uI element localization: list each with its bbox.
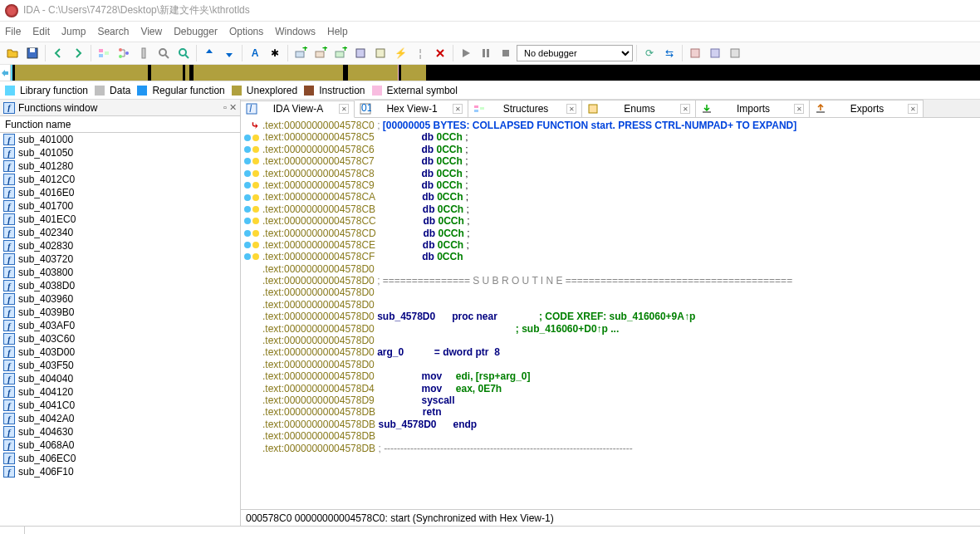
function-item[interactable]: fsub_4038D0	[0, 279, 240, 292]
menu-jump[interactable]: Jump	[61, 26, 86, 37]
tab-imports[interactable]: Imports✕	[696, 100, 810, 117]
toolbar-plus1-icon[interactable]: +	[292, 44, 310, 62]
function-item[interactable]: fsub_4068A0	[0, 438, 240, 452]
disasm-line[interactable]: .text:00000000004578D0	[243, 359, 980, 370]
close-icon[interactable]: ✕	[339, 104, 349, 114]
toolbar-zoom-icon[interactable]	[174, 44, 193, 62]
toolbar-bolt-icon[interactable]: ⚡	[391, 44, 409, 62]
menu-view[interactable]: View	[140, 26, 162, 37]
disasm-line[interactable]: .text:00000000004578C5 db 0CCh ;	[243, 131, 980, 143]
function-item[interactable]: fsub_401000	[0, 133, 240, 146]
function-item[interactable]: fsub_403F50	[0, 359, 240, 372]
functions-column-header[interactable]: Function name	[0, 116, 240, 133]
menu-edit[interactable]: Edit	[32, 26, 50, 37]
toolbar-down-icon[interactable]	[220, 44, 238, 62]
disasm-line[interactable]: .text:00000000004578C9 db 0CCh ;	[243, 179, 980, 191]
function-item[interactable]: fsub_402830	[0, 239, 240, 252]
function-item[interactable]: fsub_4016E0	[0, 186, 240, 199]
tab-structures[interactable]: Structures✕	[468, 100, 582, 117]
disasm-line[interactable]: .text:00000000004578D0 sub_4578D0 proc n…	[243, 311, 980, 322]
disasm-line[interactable]: .text:00000000004578CE db 0CCh ;	[243, 239, 980, 251]
menu-options[interactable]: Options	[229, 26, 263, 37]
toolbar-end1-icon[interactable]	[686, 44, 704, 62]
disasm-line[interactable]: .text:00000000004578CB db 0CCh ;	[243, 203, 980, 215]
function-item[interactable]: fsub_402340	[0, 226, 240, 239]
function-item[interactable]: fsub_401EC0	[0, 213, 240, 226]
function-item[interactable]: fsub_403960	[0, 292, 240, 306]
disasm-line[interactable]: .text:00000000004578CD db 0CCh ;	[243, 228, 980, 239]
nav-arrow-icon[interactable]	[0, 65, 11, 81]
close-icon[interactable]: ✕	[453, 104, 463, 114]
debugger-select[interactable]: No debugger	[517, 45, 633, 61]
close-icon[interactable]: ✕	[566, 104, 576, 114]
disasm-line[interactable]: .text:00000000004578D0 ; ===============…	[243, 275, 980, 287]
toolbar-text-icon[interactable]: A	[246, 44, 264, 62]
disasm-line[interactable]: .text:00000000004578D0	[243, 263, 980, 275]
close-icon[interactable]: ✕	[908, 104, 918, 114]
close-icon[interactable]: ✕	[794, 104, 804, 114]
functions-list[interactable]: fsub_401000fsub_401050fsub_401280fsub_40…	[0, 133, 240, 526]
toolbar-marker-icon[interactable]: ✱	[266, 44, 284, 62]
disasm-line[interactable]: .text:00000000004578D0	[243, 299, 980, 311]
function-item[interactable]: fsub_404040	[0, 372, 240, 385]
function-item[interactable]: fsub_403720	[0, 252, 240, 266]
pause-icon[interactable]	[477, 44, 495, 62]
tab-exports[interactable]: Exports✕	[810, 100, 924, 117]
toolbar-plus2-icon[interactable]: +	[311, 44, 330, 62]
function-item[interactable]: fsub_404120	[0, 385, 240, 399]
toolbar-up-icon[interactable]	[200, 44, 218, 62]
disasm-line[interactable]: .text:00000000004578C8 db 0CCh ;	[243, 168, 980, 179]
disasm-line[interactable]: .text:00000000004578DB retn	[243, 406, 980, 418]
disasm-line[interactable]: .text:00000000004578D0	[243, 335, 980, 346]
disasm-line[interactable]: ⤷.text:00000000004578C0 ; [00000005 BYTE…	[243, 120, 980, 131]
toolbar-plus3-icon[interactable]: +	[331, 44, 350, 62]
toolbar-tree-icon[interactable]	[115, 44, 133, 62]
save-icon[interactable]	[23, 44, 42, 62]
function-item[interactable]: fsub_4012C0	[0, 173, 240, 186]
toolbar-end2-icon[interactable]	[706, 44, 724, 62]
toolbar-block2-icon[interactable]	[371, 44, 390, 62]
disasm-line[interactable]: .text:00000000004578D0 arg_0 = dword ptr…	[243, 346, 980, 358]
navigation-band[interactable]	[0, 65, 980, 81]
toolbar-struct-icon[interactable]	[95, 44, 113, 62]
function-item[interactable]: fsub_401050	[0, 146, 240, 159]
function-item[interactable]: fsub_4042A0	[0, 412, 240, 425]
menu-file[interactable]: File	[5, 26, 21, 37]
function-item[interactable]: fsub_406F10	[0, 465, 240, 478]
disasm-line[interactable]: .text:00000000004578DB	[243, 430, 980, 442]
disasm-line[interactable]: .text:00000000004578D0 mov edi, [rsp+arg…	[243, 370, 980, 382]
function-item[interactable]: fsub_4039B0	[0, 306, 240, 319]
disasm-line[interactable]: .text:00000000004578DB ; ---------------…	[243, 443, 980, 454]
close-icon[interactable]: ✕	[680, 104, 690, 114]
toolbar-search-icon[interactable]	[154, 44, 173, 62]
disasm-line[interactable]: .text:00000000004578D0	[243, 287, 980, 298]
tab-ida-view-a[interactable]: IIDA View-A✕	[241, 100, 355, 118]
function-item[interactable]: fsub_401700	[0, 199, 240, 213]
disasm-line[interactable]: .text:00000000004578C6 db 0CCh ;	[243, 144, 980, 155]
disasm-line[interactable]: .text:00000000004578DB sub_4578D0 endp	[243, 419, 980, 430]
menu-search[interactable]: Search	[97, 26, 129, 37]
dropdown-icon[interactable]: ▫ ✕	[223, 102, 237, 113]
function-item[interactable]: fsub_403AF0	[0, 319, 240, 332]
toolbar-sync-icon[interactable]: ⇆	[660, 44, 679, 62]
disasm-line[interactable]: .text:00000000004578C7 db 0CCh ;	[243, 155, 980, 167]
toolbar-list-icon[interactable]	[135, 44, 153, 62]
back-icon[interactable]	[49, 44, 67, 62]
disassembly-view[interactable]: ⤷.text:00000000004578C0 ; [00000005 BYTE…	[241, 118, 980, 509]
forward-icon[interactable]	[69, 44, 87, 62]
disasm-line[interactable]: .text:00000000004578D4 mov eax, 0E7h	[243, 383, 980, 394]
function-item[interactable]: fsub_403D00	[0, 345, 240, 359]
toolbar-del-icon[interactable]	[431, 44, 449, 62]
menu-debugger[interactable]: Debugger	[174, 26, 218, 37]
play-icon[interactable]	[457, 44, 475, 62]
open-icon[interactable]	[3, 44, 22, 62]
function-item[interactable]: fsub_4041C0	[0, 399, 240, 412]
toolbar-end3-icon[interactable]	[726, 44, 744, 62]
menu-help[interactable]: Help	[327, 26, 348, 37]
disasm-line[interactable]: .text:00000000004578D0 ; sub_416060+D0↑p…	[243, 323, 980, 335]
function-item[interactable]: fsub_406EC0	[0, 452, 240, 465]
function-item[interactable]: fsub_401280	[0, 159, 240, 173]
tab-enums[interactable]: Enums✕	[582, 100, 696, 117]
toolbar-block-icon[interactable]	[351, 44, 370, 62]
disasm-line[interactable]: .text:00000000004578CA db 0CCh ;	[243, 191, 980, 203]
